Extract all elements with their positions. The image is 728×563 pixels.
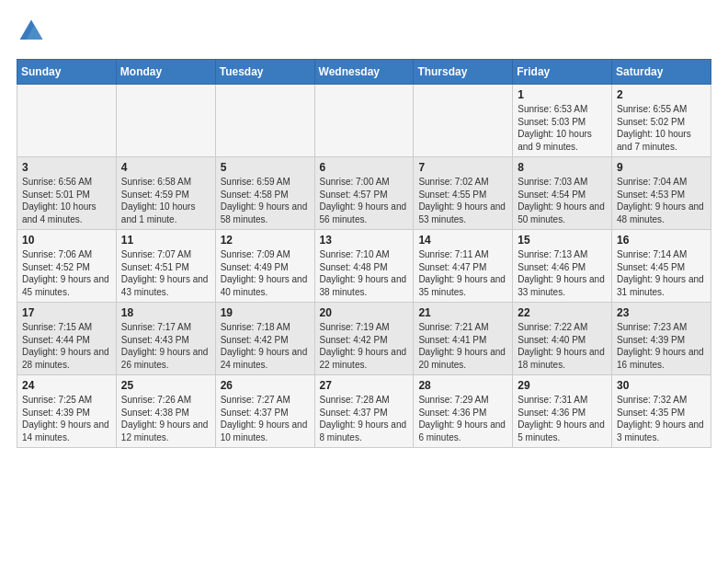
day-cell: 23Sunrise: 7:23 AM Sunset: 4:39 PM Dayli… bbox=[612, 303, 711, 375]
day-cell: 3Sunrise: 6:56 AM Sunset: 5:01 PM Daylig… bbox=[17, 157, 117, 230]
day-cell bbox=[215, 85, 314, 157]
page: SundayMondayTuesdayWednesdayThursdayFrid… bbox=[0, 0, 728, 457]
day-number: 16 bbox=[617, 234, 706, 247]
day-cell: 20Sunrise: 7:19 AM Sunset: 4:42 PM Dayli… bbox=[314, 303, 414, 375]
day-number: 2 bbox=[617, 88, 706, 101]
week-row-3: 10Sunrise: 7:06 AM Sunset: 4:52 PM Dayli… bbox=[17, 230, 711, 303]
day-info: Sunrise: 7:29 AM Sunset: 4:36 PM Dayligh… bbox=[418, 394, 507, 443]
day-number: 22 bbox=[518, 306, 607, 319]
day-info: Sunrise: 7:11 AM Sunset: 4:47 PM Dayligh… bbox=[418, 248, 507, 298]
day-number: 24 bbox=[22, 379, 111, 392]
day-cell: 16Sunrise: 7:14 AM Sunset: 4:45 PM Dayli… bbox=[612, 230, 711, 303]
day-cell: 8Sunrise: 7:03 AM Sunset: 4:54 PM Daylig… bbox=[513, 157, 612, 230]
day-info: Sunrise: 7:17 AM Sunset: 4:43 PM Dayligh… bbox=[121, 321, 210, 371]
day-number: 15 bbox=[518, 234, 607, 247]
day-number: 25 bbox=[121, 379, 210, 392]
day-cell bbox=[414, 85, 513, 157]
day-info: Sunrise: 7:04 AM Sunset: 4:53 PM Dayligh… bbox=[617, 176, 706, 225]
day-info: Sunrise: 6:58 AM Sunset: 4:59 PM Dayligh… bbox=[121, 176, 210, 225]
day-info: Sunrise: 7:22 AM Sunset: 4:40 PM Dayligh… bbox=[518, 321, 607, 371]
day-number: 10 bbox=[22, 234, 111, 247]
day-cell: 1Sunrise: 6:53 AM Sunset: 5:03 PM Daylig… bbox=[513, 85, 612, 157]
day-number: 20 bbox=[320, 306, 409, 319]
day-info: Sunrise: 7:32 AM Sunset: 4:35 PM Dayligh… bbox=[617, 394, 706, 443]
day-info: Sunrise: 7:26 AM Sunset: 4:38 PM Dayligh… bbox=[121, 394, 210, 443]
col-header-friday: Friday bbox=[513, 60, 612, 85]
day-info: Sunrise: 7:09 AM Sunset: 4:49 PM Dayligh… bbox=[221, 248, 310, 298]
week-row-5: 24Sunrise: 7:25 AM Sunset: 4:39 PM Dayli… bbox=[17, 375, 711, 448]
day-cell: 28Sunrise: 7:29 AM Sunset: 4:36 PM Dayli… bbox=[414, 375, 513, 448]
day-cell: 9Sunrise: 7:04 AM Sunset: 4:53 PM Daylig… bbox=[612, 157, 711, 230]
day-cell: 2Sunrise: 6:55 AM Sunset: 5:02 PM Daylig… bbox=[612, 85, 711, 157]
calendar-table: SundayMondayTuesdayWednesdayThursdayFrid… bbox=[17, 59, 711, 448]
day-info: Sunrise: 7:21 AM Sunset: 4:41 PM Dayligh… bbox=[418, 321, 507, 371]
day-number: 12 bbox=[221, 234, 310, 247]
day-number: 17 bbox=[22, 306, 111, 319]
day-info: Sunrise: 7:27 AM Sunset: 4:37 PM Dayligh… bbox=[221, 394, 310, 443]
day-info: Sunrise: 7:19 AM Sunset: 4:42 PM Dayligh… bbox=[320, 321, 409, 371]
day-cell: 22Sunrise: 7:22 AM Sunset: 4:40 PM Dayli… bbox=[513, 303, 612, 375]
day-cell: 21Sunrise: 7:21 AM Sunset: 4:41 PM Dayli… bbox=[414, 303, 513, 375]
day-cell: 18Sunrise: 7:17 AM Sunset: 4:43 PM Dayli… bbox=[116, 303, 215, 375]
day-number: 26 bbox=[221, 379, 310, 392]
day-number: 6 bbox=[320, 161, 409, 174]
day-number: 14 bbox=[418, 234, 507, 247]
week-row-4: 17Sunrise: 7:15 AM Sunset: 4:44 PM Dayli… bbox=[17, 303, 711, 375]
logo bbox=[17, 17, 50, 46]
day-info: Sunrise: 7:15 AM Sunset: 4:44 PM Dayligh… bbox=[22, 321, 111, 371]
day-cell: 10Sunrise: 7:06 AM Sunset: 4:52 PM Dayli… bbox=[17, 230, 117, 303]
day-number: 18 bbox=[121, 306, 210, 319]
day-number: 28 bbox=[418, 379, 507, 392]
day-info: Sunrise: 7:02 AM Sunset: 4:55 PM Dayligh… bbox=[418, 176, 507, 225]
day-info: Sunrise: 7:06 AM Sunset: 4:52 PM Dayligh… bbox=[22, 248, 111, 298]
day-number: 11 bbox=[121, 234, 210, 247]
day-cell: 25Sunrise: 7:26 AM Sunset: 4:38 PM Dayli… bbox=[116, 375, 215, 448]
col-header-sunday: Sunday bbox=[17, 60, 117, 85]
day-info: Sunrise: 7:23 AM Sunset: 4:39 PM Dayligh… bbox=[617, 321, 706, 371]
day-cell: 14Sunrise: 7:11 AM Sunset: 4:47 PM Dayli… bbox=[414, 230, 513, 303]
day-cell bbox=[17, 85, 117, 157]
day-cell bbox=[314, 85, 414, 157]
day-cell: 29Sunrise: 7:31 AM Sunset: 4:36 PM Dayli… bbox=[513, 375, 612, 448]
day-cell: 24Sunrise: 7:25 AM Sunset: 4:39 PM Dayli… bbox=[17, 375, 117, 448]
day-info: Sunrise: 7:18 AM Sunset: 4:42 PM Dayligh… bbox=[221, 321, 310, 371]
day-info: Sunrise: 7:25 AM Sunset: 4:39 PM Dayligh… bbox=[22, 394, 111, 443]
week-row-1: 1Sunrise: 6:53 AM Sunset: 5:03 PM Daylig… bbox=[17, 85, 711, 157]
day-cell: 4Sunrise: 6:58 AM Sunset: 4:59 PM Daylig… bbox=[116, 157, 215, 230]
day-number: 9 bbox=[617, 161, 706, 174]
col-header-tuesday: Tuesday bbox=[215, 60, 314, 85]
day-cell: 26Sunrise: 7:27 AM Sunset: 4:37 PM Dayli… bbox=[215, 375, 314, 448]
day-number: 13 bbox=[320, 234, 409, 247]
col-header-monday: Monday bbox=[116, 60, 215, 85]
header-row: SundayMondayTuesdayWednesdayThursdayFrid… bbox=[17, 60, 711, 85]
day-info: Sunrise: 7:28 AM Sunset: 4:37 PM Dayligh… bbox=[320, 394, 409, 443]
day-number: 4 bbox=[121, 161, 210, 174]
day-cell: 11Sunrise: 7:07 AM Sunset: 4:51 PM Dayli… bbox=[116, 230, 215, 303]
day-cell: 5Sunrise: 6:59 AM Sunset: 4:58 PM Daylig… bbox=[215, 157, 314, 230]
day-cell: 17Sunrise: 7:15 AM Sunset: 4:44 PM Dayli… bbox=[17, 303, 117, 375]
day-info: Sunrise: 6:53 AM Sunset: 5:03 PM Dayligh… bbox=[518, 103, 607, 153]
day-number: 30 bbox=[617, 379, 706, 392]
day-number: 23 bbox=[617, 306, 706, 319]
day-number: 5 bbox=[221, 161, 310, 174]
day-cell: 12Sunrise: 7:09 AM Sunset: 4:49 PM Dayli… bbox=[215, 230, 314, 303]
day-cell: 6Sunrise: 7:00 AM Sunset: 4:57 PM Daylig… bbox=[314, 157, 414, 230]
col-header-saturday: Saturday bbox=[612, 60, 711, 85]
day-number: 19 bbox=[221, 306, 310, 319]
day-info: Sunrise: 6:59 AM Sunset: 4:58 PM Dayligh… bbox=[221, 176, 310, 225]
day-number: 27 bbox=[320, 379, 409, 392]
day-info: Sunrise: 7:13 AM Sunset: 4:46 PM Dayligh… bbox=[518, 248, 607, 298]
day-info: Sunrise: 7:31 AM Sunset: 4:36 PM Dayligh… bbox=[518, 394, 607, 443]
day-number: 29 bbox=[518, 379, 607, 392]
day-cell: 19Sunrise: 7:18 AM Sunset: 4:42 PM Dayli… bbox=[215, 303, 314, 375]
day-cell: 27Sunrise: 7:28 AM Sunset: 4:37 PM Dayli… bbox=[314, 375, 414, 448]
day-info: Sunrise: 7:10 AM Sunset: 4:48 PM Dayligh… bbox=[320, 248, 409, 298]
day-info: Sunrise: 7:03 AM Sunset: 4:54 PM Dayligh… bbox=[518, 176, 607, 225]
day-number: 8 bbox=[518, 161, 607, 174]
col-header-thursday: Thursday bbox=[414, 60, 513, 85]
day-number: 1 bbox=[518, 88, 607, 101]
header bbox=[17, 17, 711, 46]
day-cell: 7Sunrise: 7:02 AM Sunset: 4:55 PM Daylig… bbox=[414, 157, 513, 230]
day-number: 3 bbox=[22, 161, 111, 174]
day-info: Sunrise: 7:00 AM Sunset: 4:57 PM Dayligh… bbox=[320, 176, 409, 225]
